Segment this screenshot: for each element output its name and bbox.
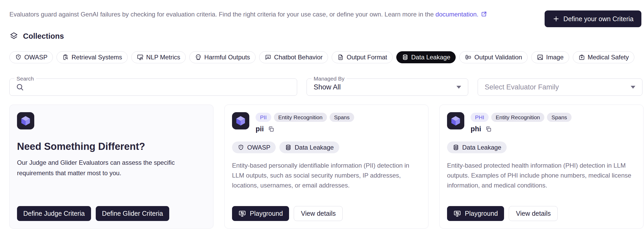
database-leak-icon: [402, 54, 409, 61]
plus-icon: [552, 15, 560, 22]
evaluator-description: Entity-based personally identifiable inf…: [232, 161, 421, 190]
copy-name-button[interactable]: [268, 126, 275, 133]
shield-icon: [238, 144, 244, 151]
chip-label: Output Validation: [474, 54, 522, 61]
tag-spans: Spans: [547, 113, 572, 122]
card-header: PHI Entity Recognition Spans phi: [447, 112, 636, 133]
message-smile-icon: [265, 54, 272, 61]
badge-label: Data Leakage: [462, 144, 501, 151]
cube-logo-tile: [17, 112, 34, 129]
badge-label: OWASP: [247, 144, 270, 151]
card-meta: PHI Entity Recognition Spans phi: [471, 112, 572, 133]
cube-logo-tile: [232, 112, 249, 129]
tag-spans: Spans: [330, 113, 354, 122]
define-glider-criteria-button[interactable]: Define Glider Criteria: [96, 206, 169, 221]
badge-owasp: OWASP: [232, 141, 276, 153]
documentation-link[interactable]: documentation.: [436, 11, 478, 18]
copy-name-button[interactable]: [485, 126, 492, 133]
tag-entity-recognition: Entity Recognition: [491, 113, 544, 122]
name-row: pii: [256, 125, 354, 133]
output-validation-icon: [465, 54, 472, 61]
shield-icon: [15, 54, 22, 61]
card-grid: Need Something Different? Our Judge and …: [9, 105, 644, 229]
database-leak-icon: [453, 144, 459, 151]
playground-button[interactable]: Playground: [447, 206, 504, 221]
badge-row: OWASP Data Leakage: [232, 141, 421, 153]
evaluator-description: Entity-based protected health informatio…: [447, 161, 636, 190]
chip-label: Output Format: [347, 54, 387, 61]
evaluator-family-placeholder: Select Evaluator Family: [485, 83, 559, 91]
skull-icon: [195, 54, 202, 61]
name-row: phi: [471, 125, 572, 133]
chip-data-leakage[interactable]: Data Leakage: [396, 51, 456, 63]
chip-output-format[interactable]: Output Format: [332, 51, 393, 63]
define-criteria-button[interactable]: Define your own Criteria: [545, 10, 641, 27]
chip-label: Retrieval Systems: [71, 54, 122, 61]
tag-entity-recognition: Entity Recognition: [274, 113, 327, 122]
card-footer: Playground View details: [232, 206, 421, 221]
evaluators-page: Evaluators guard against GenAI failures …: [0, 0, 644, 250]
chip-medical-safety[interactable]: Medical Safety: [573, 51, 634, 63]
playground-label: Playground: [250, 210, 283, 217]
chip-output-validation[interactable]: Output Validation: [459, 51, 527, 63]
external-link-icon: [481, 10, 487, 20]
database-leak-icon: [285, 144, 292, 151]
badge-data-leakage: Data Leakage: [279, 141, 339, 153]
copy-icon: [268, 126, 275, 133]
evaluator-card-pii: PII Entity Recognition Spans pii OWAS: [224, 105, 428, 229]
image-icon: [537, 54, 544, 61]
layers-icon: [9, 32, 18, 41]
chevron-down-icon: [456, 86, 461, 89]
promo-title: Need Something Different?: [17, 141, 206, 152]
chip-nlp-metrics[interactable]: NLP Metrics: [131, 51, 186, 63]
collections-title: Collections: [23, 32, 64, 41]
cube-icon: [20, 115, 32, 127]
tag-row: PII Entity Recognition Spans: [256, 113, 354, 122]
copy-icon: [485, 126, 492, 133]
collection-chips: OWASP Retrieval Systems NLP Metrics Harm…: [9, 51, 644, 63]
chip-label: Medical Safety: [588, 54, 629, 61]
playground-button[interactable]: Playground: [232, 206, 289, 221]
tag-pii: PII: [256, 113, 271, 122]
playground-icon: [238, 210, 246, 218]
promo-body: Our Judge and Glider Evaluators can asse…: [17, 157, 200, 178]
search-input[interactable]: Search: [9, 78, 297, 96]
card-meta: PII Entity Recognition Spans pii: [256, 112, 354, 133]
tag-phi: PHI: [471, 113, 489, 122]
tag-row: PHI Entity Recognition Spans: [471, 113, 572, 122]
evaluator-name: pii: [256, 125, 264, 133]
chip-label: Image: [546, 54, 564, 61]
intro-text: Evaluators guard against GenAI failures …: [9, 9, 512, 20]
cube-icon: [450, 115, 462, 127]
managed-by-value: Show All: [314, 83, 341, 91]
chip-image[interactable]: Image: [531, 51, 569, 63]
chip-label: Harmful Outputs: [204, 54, 250, 61]
chip-label: OWASP: [24, 54, 47, 61]
card-footer: Playground View details: [447, 206, 636, 221]
cta-label: Define your own Criteria: [563, 15, 634, 23]
chip-owasp[interactable]: OWASP: [9, 51, 53, 63]
managed-by-label: Managed By: [312, 75, 347, 82]
chevron-down-icon: [631, 86, 635, 89]
search-label: Search: [14, 75, 36, 82]
evaluator-name: phi: [471, 125, 481, 133]
chip-label: Chatbot Behavior: [274, 54, 323, 61]
chip-retrieval-systems[interactable]: Retrieval Systems: [57, 51, 127, 63]
evaluator-family-select[interactable]: Select Evaluator Family: [478, 78, 642, 96]
medical-bag-icon: [578, 54, 585, 61]
view-details-button[interactable]: View details: [509, 206, 558, 221]
promo-card-footer: Define Judge Criteria Define Glider Crit…: [17, 206, 206, 221]
chip-label: Data Leakage: [411, 54, 450, 61]
badge-row: Data Leakage: [447, 141, 636, 153]
badge-label: Data Leakage: [295, 144, 334, 151]
playground-icon: [453, 210, 461, 218]
define-judge-criteria-button[interactable]: Define Judge Criteria: [17, 206, 91, 221]
chip-harmful-outputs[interactable]: Harmful Outputs: [189, 51, 256, 63]
card-header: PII Entity Recognition Spans pii: [232, 112, 421, 133]
view-details-button[interactable]: View details: [294, 206, 343, 221]
playground-label: Playground: [465, 210, 498, 217]
promo-card: Need Something Different? Our Judge and …: [9, 105, 213, 229]
intro-description: Evaluators guard against GenAI failures …: [9, 11, 434, 18]
managed-by-select[interactable]: Managed By Show All: [307, 78, 468, 96]
chip-chatbot-behavior[interactable]: Chatbot Behavior: [259, 51, 328, 63]
